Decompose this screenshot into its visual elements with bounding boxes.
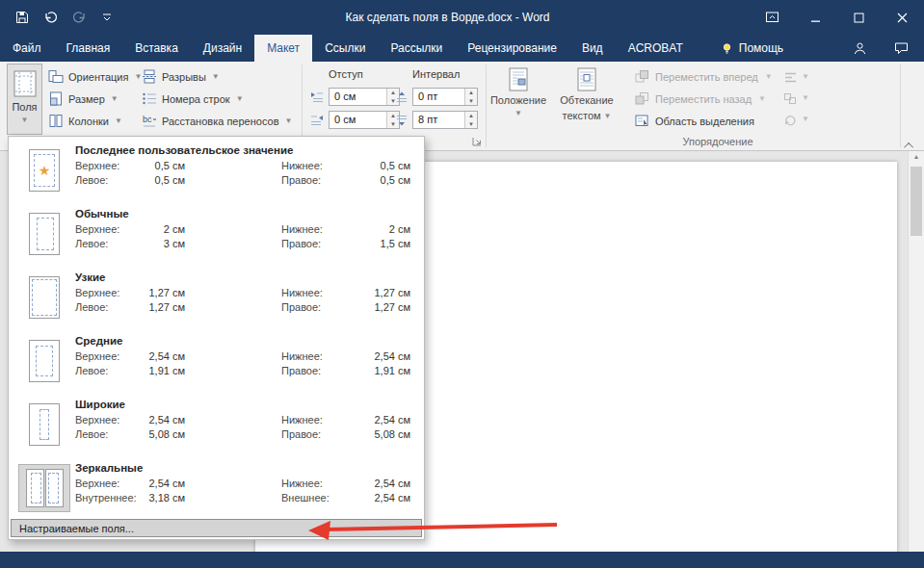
ribbon-display-options-button[interactable] [751, 0, 794, 35]
size-label: Размер [68, 93, 105, 105]
hyphenation-button[interactable]: bc Расстановка переносов▼ [142, 110, 292, 132]
tab-рецензирование[interactable]: Рецензирование [455, 35, 569, 62]
selection-pane-icon [635, 114, 649, 128]
account-icon[interactable] [853, 41, 867, 55]
margin-preset-item[interactable]: Зеркальные Верхнее:2,54 смНижнее:2,54 см… [9, 456, 424, 520]
margin-preset-values: Верхнее:2,54 смНижнее:2,54 см Внутреннее… [75, 478, 410, 503]
margin-preset-icon [16, 329, 72, 393]
chevron-down-icon: ▼ [21, 116, 29, 124]
chevron-down-icon: ▼ [515, 110, 522, 117]
tab-help[interactable]: Помощь [709, 35, 795, 62]
selection-pane-button[interactable]: Область выделения [635, 110, 773, 132]
comments-icon[interactable] [894, 41, 909, 55]
spacing-group-label: Интервал [412, 68, 460, 80]
redo-icon[interactable] [72, 11, 87, 24]
dialog-launcher-button[interactable] [472, 136, 483, 146]
wrap-text-button[interactable]: Обтекание текстом▼ [550, 64, 623, 135]
save-icon[interactable] [15, 11, 29, 24]
tab-ссылки[interactable]: Ссылки [312, 35, 378, 62]
indent-group-label: Отступ [329, 68, 363, 80]
rotate-button[interactable]: ▼ [783, 109, 809, 130]
indent-left-icon [310, 90, 324, 104]
size-icon [48, 91, 64, 106]
arrange-group-label: Упорядочение [607, 136, 829, 147]
margin-preset-title: Последнее пользовательское значение [75, 144, 410, 156]
wrap-text-label-line1: Обтекание [560, 94, 613, 108]
indent-right-value[interactable]: 0 см [330, 112, 386, 128]
spacing-before-field[interactable]: 0 пт ▲▼ [412, 88, 478, 106]
send-backward-label: Переместить назад [655, 93, 752, 105]
window-controls [751, 0, 924, 35]
columns-button[interactable]: Колонки▼ [48, 110, 142, 132]
maximize-button[interactable] [837, 0, 881, 35]
tab-макет[interactable]: Макет [254, 35, 312, 62]
spacing-after-value[interactable]: 8 пт [413, 112, 464, 128]
scrollbar-thumb[interactable] [911, 167, 922, 236]
send-backward-button[interactable]: Переместить назад▼ [635, 88, 773, 110]
spin-up-button[interactable]: ▲ [465, 112, 477, 120]
minimize-button[interactable] [794, 0, 837, 35]
wrap-text-icon [576, 67, 597, 92]
tab-дизайн[interactable]: Дизайн [191, 35, 254, 62]
close-button[interactable] [881, 0, 924, 35]
indent-left-value[interactable]: 0 см [330, 89, 386, 105]
spin-down-button[interactable]: ▼ [465, 120, 477, 129]
margin-preset-icon [16, 393, 72, 456]
tab-рассылки[interactable]: Рассылки [378, 35, 455, 62]
margin-preset-values: Верхнее:0,5 смНижнее:0,5 см Левое:0,5 см… [75, 160, 410, 186]
margins-button-label: Поля [12, 101, 37, 113]
tab-вставка[interactable]: Вставка [122, 35, 191, 62]
margin-preset-item[interactable]: Средние Верхнее:2,54 смНижнее:2,54 см Ле… [9, 329, 424, 393]
margin-preset-title: Средние [75, 335, 410, 347]
scroll-up-icon[interactable]: ▲ [909, 153, 924, 160]
margin-preset-item[interactable]: Обычные Верхнее:2 смНижнее:2 см Левое:3 … [9, 202, 424, 266]
position-icon [508, 67, 529, 92]
spacing-before-value[interactable]: 0 пт [413, 89, 464, 105]
tab-acrobat[interactable]: ACROBAT [616, 35, 696, 62]
hyphenation-icon: bc [142, 114, 157, 128]
custom-margins-item[interactable]: Настраиваемые поля... [11, 519, 422, 537]
spacing-before-stepper: ▲▼ [464, 89, 477, 105]
group-button[interactable]: ▼ [783, 88, 809, 109]
size-button[interactable]: Размер▼ [48, 88, 142, 110]
position-label: Положение [490, 94, 546, 108]
spacing-after-stepper: ▲▼ [464, 112, 477, 128]
tab-главная[interactable]: Главная [54, 35, 123, 62]
breaks-button[interactable]: Разрывы▼ [142, 65, 292, 88]
qat-customize-icon[interactable] [101, 12, 113, 23]
margin-preset-item[interactable]: Широкие Верхнее:2,54 смНижнее:2,54 см Ле… [9, 393, 424, 456]
bring-forward-button[interactable]: Переместить вперед▼ [635, 65, 773, 88]
spin-down-button[interactable]: ▼ [465, 97, 477, 106]
svg-text:bc: bc [143, 115, 152, 124]
lightbulb-icon [721, 42, 733, 55]
margins-button[interactable]: Поля ▼ [7, 64, 42, 135]
breaks-icon [142, 69, 157, 84]
indent-left-field[interactable]: 0 см ▲▼ [329, 88, 400, 106]
tabbar-right-icons [853, 35, 924, 62]
margins-menu-items: Последнее пользовательское значение Верх… [9, 139, 424, 520]
orientation-button[interactable]: Ориентация▼ [48, 65, 142, 88]
margins-icon [13, 70, 37, 97]
line-numbers-label: Номера строк [162, 93, 230, 105]
undo-icon[interactable] [43, 11, 58, 24]
line-numbers-button[interactable]: Номера строк▼ [142, 88, 292, 110]
margin-preset-title: Широкие [75, 399, 410, 410]
chevron-down-icon: ▼ [604, 113, 612, 120]
spacing-after-field[interactable]: 8 пт ▲▼ [412, 111, 478, 129]
spin-up-button[interactable]: ▲ [465, 89, 477, 97]
margin-preset-icon [16, 266, 72, 329]
margin-preset-item[interactable]: Последнее пользовательское значение Верх… [9, 139, 424, 202]
chevron-down-icon: ▼ [802, 94, 809, 102]
vertical-scrollbar[interactable]: ▲ [908, 151, 924, 552]
position-button[interactable]: Положение ▼ [490, 64, 546, 135]
margin-preset-item[interactable]: Узкие Верхнее:1,27 смНижнее:1,27 см Лево… [9, 266, 424, 329]
indent-right-field[interactable]: 0 см ▲▼ [329, 111, 400, 129]
help-tab-label: Помощь [739, 41, 783, 55]
collapse-ribbon-button[interactable] [904, 141, 915, 150]
align-button[interactable]: ▼ [783, 66, 809, 88]
chevron-down-icon: ▼ [765, 73, 773, 81]
tab-вид[interactable]: Вид [569, 35, 616, 62]
tab-файл[interactable]: Файл [0, 35, 54, 62]
chevron-down-icon: ▼ [284, 117, 292, 125]
align-icon [783, 71, 798, 84]
